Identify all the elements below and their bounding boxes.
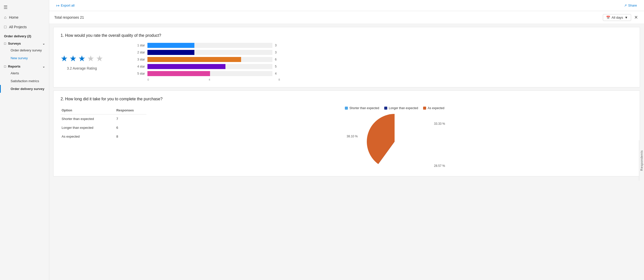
col-option: Option bbox=[61, 106, 115, 114]
export-all-button[interactable]: ↦ Export all bbox=[54, 2, 76, 9]
response-table-section: Option Responses Shorter than expected 7… bbox=[61, 106, 146, 141]
pie-container: Shorter than expected Longer than expect… bbox=[157, 106, 633, 170]
bar-label-1star: 1 star bbox=[134, 44, 145, 47]
bar-value-3star: 6 bbox=[275, 58, 280, 61]
projects-icon: □ bbox=[4, 25, 7, 29]
question-2-title: 2. How long did it take for you to compl… bbox=[61, 97, 633, 101]
bar-row-3star: 3 star 6 bbox=[134, 57, 280, 62]
bar-value-2star: 3 bbox=[275, 51, 280, 54]
axis-0: 0 bbox=[147, 78, 149, 81]
share-icon: ↗ bbox=[624, 4, 627, 7]
response-table: Option Responses Shorter than expected 7… bbox=[61, 106, 146, 141]
toolbar: ↦ Export all ↗ Share bbox=[49, 0, 644, 11]
legend-as-expected: As expected bbox=[423, 106, 444, 110]
responses-longer: 6 bbox=[115, 123, 146, 132]
table-row-longer: Longer than expected 6 bbox=[61, 123, 146, 132]
home-label: Home bbox=[9, 15, 18, 19]
bar-axis: 0 4 8 bbox=[147, 78, 280, 81]
bar-label-5star: 5 star bbox=[134, 72, 145, 75]
pie-slice-as-expected bbox=[367, 114, 395, 164]
col-responses: Responses bbox=[115, 106, 146, 114]
main-content: ↦ Export all ↗ Share Total responses 21 … bbox=[49, 0, 644, 280]
legend-shorter: Shorter than expected bbox=[345, 106, 379, 110]
toolbar-right: ↗ Share bbox=[622, 3, 639, 8]
reports-chevron: ⌄ bbox=[42, 65, 45, 68]
question-1-block: 1. How would you rate the overall qualit… bbox=[53, 27, 640, 87]
star-2: ★ bbox=[69, 54, 77, 63]
close-filter-button[interactable]: ✕ bbox=[633, 14, 639, 21]
pie-chart-svg bbox=[367, 114, 422, 169]
legend-label-shorter: Shorter than expected bbox=[349, 106, 379, 110]
legend-label-as-expected: As expected bbox=[428, 106, 444, 110]
bar-value-5star: 4 bbox=[275, 72, 280, 75]
pie-section: Option Responses Shorter than expected 7… bbox=[61, 106, 633, 170]
content-area: 1. How would you rate the overall qualit… bbox=[49, 24, 644, 280]
bar-track-5star bbox=[147, 71, 272, 76]
surveys-chevron: ⌄ bbox=[42, 42, 45, 45]
option-as-expected: As expected bbox=[61, 132, 115, 141]
sidebar-item-order-delivery-survey[interactable]: Order delivery survey bbox=[0, 46, 49, 54]
legend-longer: Longer than expected bbox=[384, 106, 418, 110]
bar-row-1star: 1 star 3 bbox=[134, 43, 280, 48]
pie-legend: Shorter than expected Longer than expect… bbox=[345, 106, 444, 110]
bar-value-1star: 3 bbox=[275, 44, 280, 47]
bar-fill-3star bbox=[147, 57, 241, 62]
bar-row-4star: 4 star 5 bbox=[134, 64, 280, 69]
legend-dot-longer bbox=[384, 107, 387, 110]
bar-track-4star bbox=[147, 64, 272, 69]
respondents-panel[interactable]: Respondents bbox=[639, 140, 644, 181]
share-button[interactable]: ↗ Share bbox=[622, 3, 639, 8]
pie-label-longer: 28.57 % bbox=[434, 164, 445, 168]
table-row-as-expected: As expected 8 bbox=[61, 132, 146, 141]
pie-chart-wrapper: 33.33 % 28.57 % 38.10 % bbox=[367, 114, 422, 170]
axis-4: 4 bbox=[209, 78, 210, 81]
option-longer: Longer than expected bbox=[61, 123, 115, 132]
sidebar: ☰ ⌂ Home □ All Projects Order delivery (… bbox=[0, 0, 49, 280]
home-icon: ⌂ bbox=[4, 15, 7, 20]
calendar-icon: 📅 bbox=[606, 16, 610, 19]
reports-icon: □ bbox=[4, 65, 6, 68]
surveys-section[interactable]: □ Surveys ⌄ bbox=[0, 39, 49, 46]
star-rating: ★ ★ ★ ★ ★ bbox=[61, 54, 103, 63]
question-1-title: 1. How would you rate the overall qualit… bbox=[61, 33, 633, 38]
star-5: ★ bbox=[96, 54, 103, 63]
sidebar-item-all-projects[interactable]: □ All Projects bbox=[0, 22, 49, 32]
star-3: ★ bbox=[78, 54, 86, 63]
bar-fill-1star bbox=[147, 43, 194, 48]
star-4: ★ bbox=[87, 54, 94, 63]
legend-dot-as-expected bbox=[423, 107, 426, 110]
bar-fill-5star bbox=[147, 71, 210, 76]
pie-label-as-expected: 38.10 % bbox=[347, 135, 358, 138]
bar-label-2star: 2 star bbox=[134, 51, 145, 54]
bar-label-3star: 3 star bbox=[134, 58, 145, 61]
question-2-block: 2. How long did it take for you to compl… bbox=[53, 90, 640, 176]
export-icon: ↦ bbox=[56, 3, 60, 8]
legend-dot-shorter bbox=[345, 107, 348, 110]
bar-track-1star bbox=[147, 43, 272, 48]
sidebar-item-satisfaction-metrics[interactable]: Satisfaction metrics bbox=[0, 77, 49, 85]
bar-fill-2star bbox=[147, 50, 194, 55]
pie-label-shorter: 33.33 % bbox=[434, 122, 445, 126]
all-projects-label: All Projects bbox=[9, 25, 27, 29]
responses-shorter: 7 bbox=[115, 114, 146, 123]
bar-value-4star: 5 bbox=[275, 65, 280, 68]
axis-8: 8 bbox=[278, 78, 280, 81]
table-row-shorter: Shorter than expected 7 bbox=[61, 114, 146, 123]
hamburger-icon[interactable]: ☰ bbox=[0, 2, 49, 13]
bar-chart: 1 star 3 2 star 3 3 star bbox=[134, 43, 280, 81]
surveys-icon: □ bbox=[4, 42, 6, 45]
legend-label-longer: Longer than expected bbox=[389, 106, 418, 110]
responses-as-expected: 8 bbox=[115, 132, 146, 141]
all-days-filter[interactable]: 📅 All days ▼ bbox=[603, 14, 631, 21]
sidebar-item-new-survey[interactable]: New survey bbox=[0, 54, 49, 62]
sidebar-item-order-delivery-report[interactable]: Order delivery survey bbox=[0, 85, 49, 93]
reports-section[interactable]: □ Reports ⌄ bbox=[0, 62, 49, 69]
sidebar-item-alerts[interactable]: Alerts bbox=[0, 69, 49, 77]
sidebar-item-home[interactable]: ⌂ Home bbox=[0, 13, 49, 22]
bar-row-5star: 5 star 4 bbox=[134, 71, 280, 76]
respondents-label: Respondents bbox=[640, 150, 643, 171]
chevron-down-icon: ▼ bbox=[625, 16, 628, 19]
bar-track-2star bbox=[147, 50, 272, 55]
bar-label-4star: 4 star bbox=[134, 65, 145, 68]
total-responses: Total responses 21 bbox=[54, 15, 84, 19]
